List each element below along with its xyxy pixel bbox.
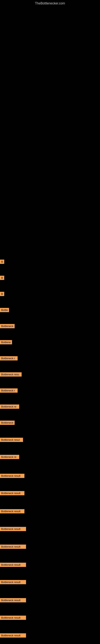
bottleneck-label-23: Bottleneck result <box>0 633 26 638</box>
bottleneck-result-10: Bottleneck re <box>0 404 19 413</box>
bottleneck-label-1: B <box>0 260 4 264</box>
bottleneck-label-7: Bottleneck r <box>0 356 18 360</box>
bottleneck-label-14: Bottleneck result <box>0 474 24 478</box>
bottleneck-label-15: Bottleneck result <box>0 491 24 495</box>
bottleneck-label-19: Bottleneck result <box>0 563 26 567</box>
bottleneck-result-13: Bottleneck re <box>0 455 19 464</box>
bottleneck-result-11: Bottleneck <box>0 420 15 429</box>
bottleneck-label-9: Bottleneck r <box>0 388 18 393</box>
bottleneck-result-14: Bottleneck result <box>0 474 24 482</box>
bottleneck-label-12: Bottleneck resul <box>0 438 23 442</box>
bottleneck-result-20: Bottleneck result <box>0 580 26 589</box>
bottleneck-result-16: Bottleneck result <box>0 509 24 518</box>
bottleneck-result-18: Bottleneck result <box>0 544 26 553</box>
bottleneck-result-19: Bottleneck result <box>0 563 26 571</box>
bottleneck-result-15: Bottleneck result <box>0 491 24 500</box>
bottleneck-result-7: Bottleneck r <box>0 356 18 365</box>
bottleneck-label-4: Bottle <box>0 308 9 312</box>
bottleneck-result-22: Bottleneck result <box>0 616 26 624</box>
bottleneck-label-21: Bottleneck result <box>0 598 26 602</box>
bottleneck-label-5: Bottleneck <box>0 324 15 328</box>
bottleneck-label-2: B <box>0 276 4 280</box>
bottleneck-label-10: Bottleneck re <box>0 404 19 409</box>
bottleneck-result-5: Bottleneck <box>0 324 15 333</box>
bottleneck-result-8: Bottleneck resu <box>0 372 22 381</box>
bottleneck-result-1: B <box>0 260 4 268</box>
bottleneck-label-6: Bottlene <box>0 340 12 344</box>
bottleneck-label-17: Bottleneck result <box>0 527 26 531</box>
bottleneck-label-18: Bottleneck result <box>0 544 26 549</box>
bottleneck-result-2: B <box>0 276 4 284</box>
bottleneck-label-13: Bottleneck re <box>0 455 19 459</box>
bottleneck-label-11: Bottleneck <box>0 420 15 425</box>
bottleneck-result-3: B <box>0 292 4 300</box>
bottleneck-result-23: Bottleneck result <box>0 633 26 642</box>
bottleneck-result-12: Bottleneck resul <box>0 438 23 446</box>
bottleneck-label-3: B <box>0 292 4 296</box>
bottleneck-result-6: Bottlene <box>0 340 12 349</box>
bottleneck-result-4: Bottle <box>0 308 9 316</box>
bottleneck-label-16: Bottleneck result <box>0 509 24 514</box>
bottleneck-result-21: Bottleneck result <box>0 598 26 607</box>
bottleneck-label-20: Bottleneck result <box>0 580 26 584</box>
bottleneck-label-8: Bottleneck resu <box>0 372 22 376</box>
site-title: TheBottlenecker.com <box>0 0 100 6</box>
bottleneck-label-22: Bottleneck result <box>0 616 26 620</box>
bottleneck-result-9: Bottleneck r <box>0 388 18 397</box>
bottleneck-result-17: Bottleneck result <box>0 527 26 536</box>
